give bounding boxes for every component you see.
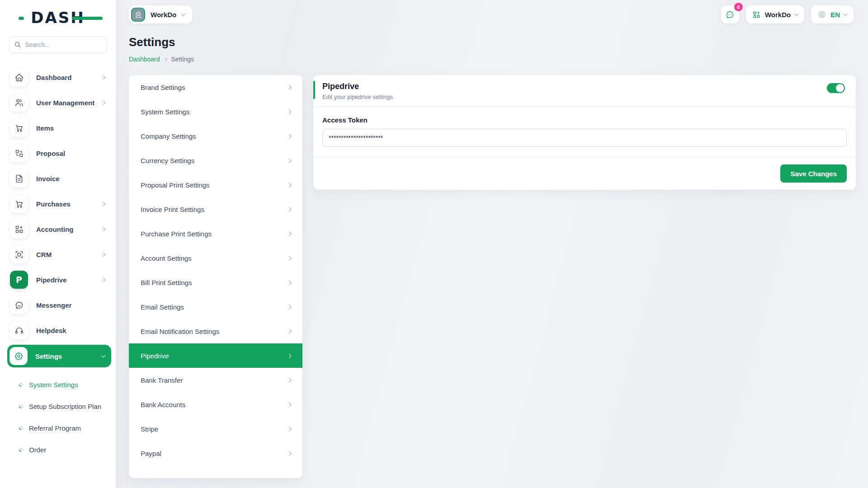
breadcrumb-dashboard-link[interactable]: Dashboard: [129, 56, 160, 63]
chevron-right-icon: [101, 100, 106, 105]
sidebar-item-crm[interactable]: CRM: [10, 245, 108, 263]
chevron-down-icon: [101, 353, 106, 358]
subnav-item-label: Referral Program: [29, 424, 81, 432]
messages-button[interactable]: 0: [721, 5, 739, 23]
chevron-right-icon: [287, 207, 292, 211]
settings-menu-item-system[interactable]: System Settings: [129, 99, 302, 124]
pipedrive-enabled-toggle[interactable]: [827, 83, 845, 93]
settings-menu-item-label: Bank Accounts: [141, 401, 185, 408]
save-changes-button[interactable]: Save Changes: [780, 164, 847, 183]
settings-menu-item-label: Company Settings: [141, 132, 196, 140]
panel-header: Pipedrive Edit your pipedrive settings: [313, 75, 856, 107]
subnav-item-setup-subscription-plan[interactable]: Setup Subscription Plan: [19, 395, 108, 417]
chevron-right-icon: [101, 227, 106, 231]
breadcrumb-separator-icon: [164, 58, 167, 61]
settings-menu-item-bill-print[interactable]: Bill Print Settings: [129, 270, 302, 295]
settings-menu-item-label: Paypal: [141, 450, 161, 457]
chevron-right-icon: [287, 451, 292, 455]
panel-body: Access Token: [313, 107, 856, 157]
chevron-right-icon: [287, 85, 292, 89]
home-icon: [10, 68, 28, 86]
access-token-input[interactable]: [322, 129, 847, 147]
panel-subtitle: Edit your pipedrive settings: [322, 94, 847, 100]
language-selector[interactable]: EN: [811, 5, 854, 23]
exchange-icon: [10, 144, 28, 162]
app-logo[interactable]: DASH: [19, 7, 96, 28]
panel-title: Pipedrive: [322, 82, 847, 91]
company-switcher[interactable]: WorkDo: [129, 5, 192, 23]
chevron-right-icon: [287, 427, 292, 431]
grid-plus-icon: [752, 10, 761, 19]
sidebar-nav: Dashboard User Management Items Proposal: [0, 68, 116, 460]
settings-menu-item-invoice-print[interactable]: Invoice Print Settings: [129, 197, 302, 221]
workspace-switcher[interactable]: WorkDo: [746, 5, 804, 23]
settings-menu-item-pipedrive[interactable]: Pipedrive: [129, 343, 302, 368]
chevron-right-icon: [287, 134, 292, 138]
sidebar-item-invoice[interactable]: Invoice: [10, 169, 108, 188]
subnav-item-label: System Settings: [29, 381, 78, 389]
settings-menu-item-email[interactable]: Email Settings: [129, 295, 302, 319]
search-input[interactable]: [9, 36, 107, 53]
sidebar-item-pipedrive[interactable]: P Pipedrive: [10, 271, 108, 289]
message-icon: [10, 296, 28, 314]
settings-menu-item-label: Bank Transfer: [141, 376, 183, 384]
settings-menu-item-label: Purchase Print Settings: [141, 230, 212, 238]
sidebar-item-user-management[interactable]: User Management: [10, 94, 108, 112]
logo-green-bar: [72, 17, 103, 20]
subnav-item-label: Setup Subscription Plan: [29, 403, 101, 410]
sidebar-item-messenger[interactable]: Messenger: [10, 296, 108, 314]
sidebar-item-label: Proposal: [36, 150, 65, 157]
sidebar-item-items[interactable]: Items: [10, 119, 108, 137]
sidebar-search: [9, 36, 107, 53]
settings-menu-item-label: Currency Settings: [141, 157, 194, 164]
subnav-item-order[interactable]: Order: [19, 439, 108, 460]
subnav-item-label: Order: [29, 446, 46, 454]
sidebar-item-dashboard[interactable]: Dashboard: [10, 68, 108, 86]
settings-menu-item-bank-transfer[interactable]: Bank Transfer: [129, 368, 302, 392]
cart-icon: [10, 195, 28, 213]
settings-menu-item-brand[interactable]: Brand Settings: [129, 75, 302, 99]
chevron-right-icon: [287, 183, 292, 187]
chevron-right-icon: [287, 353, 292, 358]
settings-menu-item-stripe[interactable]: Stripe: [129, 417, 302, 441]
sidebar-item-settings-active[interactable]: Settings: [7, 345, 111, 367]
settings-menu-item-bank-accounts[interactable]: Bank Accounts: [129, 392, 302, 417]
chevron-right-icon: [287, 305, 292, 309]
messages-badge: 0: [734, 3, 743, 11]
sidebar-item-label: CRM: [36, 251, 52, 258]
chevron-right-icon: [287, 280, 292, 285]
settings-menu-item-proposal-print[interactable]: Proposal Print Settings: [129, 173, 302, 197]
settings-menu-item-account[interactable]: Account Settings: [129, 246, 302, 270]
crm-icon: [10, 245, 28, 263]
breadcrumb-current: Settings: [171, 56, 194, 63]
settings-menu-item-label: Email Settings: [141, 303, 184, 311]
sidebar-item-label: Accounting: [36, 225, 74, 233]
chevron-right-icon: [287, 231, 292, 236]
settings-menu-item-currency[interactable]: Currency Settings: [129, 148, 302, 173]
sidebar-item-accounting[interactable]: Accounting: [10, 220, 108, 238]
settings-menu-item-label: Proposal Print Settings: [141, 181, 210, 189]
sidebar-item-label: Messenger: [36, 301, 71, 309]
sidebar-item-label: Purchases: [36, 200, 71, 208]
settings-menu-item-label: Brand Settings: [141, 84, 185, 91]
settings-menu-item-email-notification[interactable]: Email Notification Settings: [129, 319, 302, 343]
sidebar: DASH Dashboard User Management Items: [0, 0, 116, 488]
subnav-item-system-settings[interactable]: System Settings: [19, 374, 108, 395]
sidebar-item-purchases[interactable]: Purchases: [10, 195, 108, 213]
chevron-right-icon: [287, 329, 292, 333]
sidebar-item-proposal[interactable]: Proposal: [10, 144, 108, 162]
settings-menu-item-paypal[interactable]: Paypal: [129, 441, 302, 465]
chevron-down-icon: [844, 12, 848, 16]
topbar-right-cluster: 0 WorkDo EN: [721, 5, 854, 23]
users-icon: [10, 94, 28, 112]
sidebar-item-helpdesk[interactable]: Helpdesk: [10, 321, 108, 339]
settings-menu-item-label: Pipedrive: [141, 352, 169, 360]
settings-menu-item-purchase-print[interactable]: Purchase Print Settings: [129, 221, 302, 246]
subnav-item-referral-program[interactable]: Referral Program: [19, 417, 108, 439]
settings-menu-item-label: Email Notification Settings: [141, 328, 219, 335]
sidebar-item-label: Dashboard: [36, 74, 71, 81]
sidebar-item-label: User Management: [36, 99, 94, 107]
chevron-right-icon: [287, 256, 292, 260]
settings-menu-item-company[interactable]: Company Settings: [129, 124, 302, 148]
pipedrive-settings-panel: Pipedrive Edit your pipedrive settings A…: [313, 75, 856, 190]
